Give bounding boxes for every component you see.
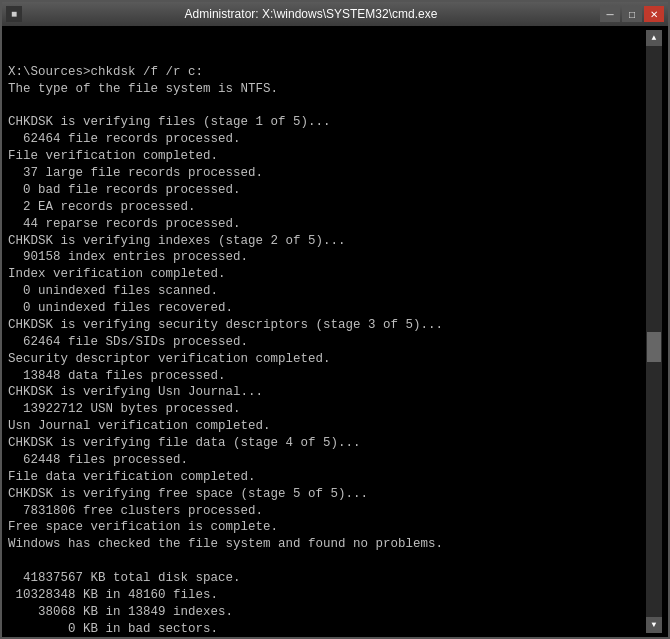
terminal-line: CHKDSK is verifying files (stage 1 of 5)…: [8, 114, 646, 131]
terminal-line: Windows has checked the file system and …: [8, 536, 646, 553]
window-controls: ─ □ ✕: [600, 6, 664, 22]
terminal-line: Usn Journal verification completed.: [8, 418, 646, 435]
terminal-line: CHKDSK is verifying Usn Journal...: [8, 384, 646, 401]
terminal-line: 13848 data files processed.: [8, 368, 646, 385]
window-title: Administrator: X:\windows\SYSTEM32\cmd.e…: [22, 7, 600, 21]
terminal-line: 0 KB in bad sectors.: [8, 621, 646, 633]
scrollbar-track[interactable]: [646, 46, 662, 617]
terminal-line: CHKDSK is verifying file data (stage 4 o…: [8, 435, 646, 452]
terminal-line: File verification completed.: [8, 148, 646, 165]
terminal-line: 37 large file records processed.: [8, 165, 646, 182]
titlebar: ■ Administrator: X:\windows\SYSTEM32\cmd…: [2, 2, 668, 26]
terminal-line: File data verification completed.: [8, 469, 646, 486]
terminal-line: CHKDSK is verifying security descriptors…: [8, 317, 646, 334]
terminal-line: 0 bad file records processed.: [8, 182, 646, 199]
terminal-line: X:\Sources>chkdsk /f /r c:: [8, 64, 646, 81]
terminal-line: 2 EA records processed.: [8, 199, 646, 216]
close-button[interactable]: ✕: [644, 6, 664, 22]
terminal-line: 44 reparse records processed.: [8, 216, 646, 233]
terminal-line: Security descriptor verification complet…: [8, 351, 646, 368]
terminal-line: 38068 KB in 13849 indexes.: [8, 604, 646, 621]
terminal-line: 0 unindexed files recovered.: [8, 300, 646, 317]
terminal-line: 13922712 USN bytes processed.: [8, 401, 646, 418]
terminal-line: 62464 file SDs/SIDs processed.: [8, 334, 646, 351]
cmd-window: ■ Administrator: X:\windows\SYSTEM32\cmd…: [0, 0, 670, 639]
terminal-line: [8, 553, 646, 570]
terminal-line: 0 unindexed files scanned.: [8, 283, 646, 300]
scrollbar[interactable]: ▲ ▼: [646, 30, 662, 633]
scroll-up-arrow[interactable]: ▲: [646, 30, 662, 46]
terminal-line: 90158 index entries processed.: [8, 249, 646, 266]
maximize-button[interactable]: □: [622, 6, 642, 22]
minimize-button[interactable]: ─: [600, 6, 620, 22]
terminal-line: 7831806 free clusters processed.: [8, 503, 646, 520]
window-icon: ■: [6, 6, 22, 22]
terminal-line: CHKDSK is verifying free space (stage 5 …: [8, 486, 646, 503]
terminal-line: CHKDSK is verifying indexes (stage 2 of …: [8, 233, 646, 250]
terminal-line: 41837567 KB total disk space.: [8, 570, 646, 587]
terminal-body: X:\Sources>chkdsk /f /r c:The type of th…: [2, 26, 668, 637]
scrollbar-thumb[interactable]: [647, 332, 661, 362]
terminal-line: Index verification completed.: [8, 266, 646, 283]
terminal-line: Free space verification is complete.: [8, 519, 646, 536]
terminal-content: X:\Sources>chkdsk /f /r c:The type of th…: [8, 30, 646, 633]
terminal-line: The type of the file system is NTFS.: [8, 81, 646, 98]
terminal-line: 62464 file records processed.: [8, 131, 646, 148]
cmd-icon: ■: [11, 9, 17, 20]
terminal-line: 62448 files processed.: [8, 452, 646, 469]
terminal-line: [8, 98, 646, 115]
terminal-line: 10328348 KB in 48160 files.: [8, 587, 646, 604]
scroll-down-arrow[interactable]: ▼: [646, 617, 662, 633]
